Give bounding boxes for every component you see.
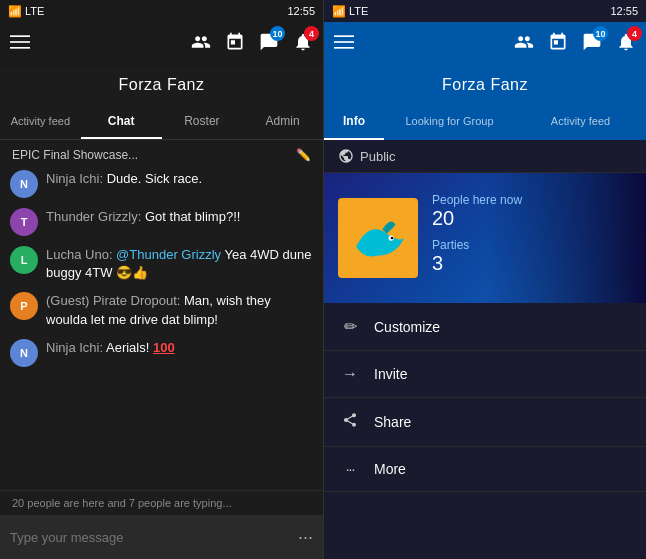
arrow-right-icon: → xyxy=(340,365,360,383)
svg-rect-4 xyxy=(334,41,354,43)
message-content: Thunder Grizzly: Got that blimp?!! xyxy=(46,208,240,226)
people-count: 20 xyxy=(432,207,522,230)
notification-nav-icon[interactable]: 4 xyxy=(293,32,313,56)
message-content: Ninja Ichi: Aerials! 100 xyxy=(46,339,175,357)
invite-action[interactable]: → Invite xyxy=(324,351,646,398)
tab-roster[interactable]: Roster xyxy=(162,104,243,139)
hamburger-icon[interactable] xyxy=(334,32,354,56)
tab-looking-for-group[interactable]: Looking for Group xyxy=(384,104,515,140)
svg-rect-1 xyxy=(10,41,30,43)
chat-title: EPIC Final Showcase... xyxy=(12,148,138,162)
right-group-title: Forza Fanz xyxy=(324,66,646,104)
right-status-bar: 📶 LTE 12:55 xyxy=(324,0,646,22)
left-status-bar: 📶 LTE 12:55 xyxy=(0,0,323,22)
chat-nav-icon-right[interactable]: 10 xyxy=(582,32,602,56)
left-tabs: Activity feed Chat Roster Admin xyxy=(0,104,323,140)
message-content: Lucha Uno: @Thunder Grizzly Yea 4WD dune… xyxy=(46,246,313,282)
avatar: P xyxy=(10,292,38,320)
nav-icons: 10 4 xyxy=(514,32,636,56)
notification-nav-icon-right[interactable]: 4 xyxy=(616,32,636,56)
pencil-icon: ✏ xyxy=(340,317,360,336)
avatar: N xyxy=(10,339,38,367)
group-logo-svg xyxy=(343,203,413,273)
calendar-nav-icon[interactable] xyxy=(225,32,245,56)
hamburger-icon[interactable] xyxy=(10,32,30,56)
left-top-nav: 10 4 xyxy=(0,22,323,66)
chat-badge: 10 xyxy=(270,26,285,41)
chat-header: EPIC Final Showcase... ✏️ xyxy=(0,140,323,166)
calendar-nav-icon-right[interactable] xyxy=(548,32,568,56)
message-text: Dude. Sick race. xyxy=(107,171,202,186)
svg-point-8 xyxy=(391,237,394,240)
time-text: 12:55 xyxy=(610,5,638,17)
tab-info[interactable]: Info xyxy=(324,104,384,140)
message-prefix: Aerials! xyxy=(106,340,153,355)
share-action[interactable]: Share xyxy=(324,398,646,447)
chat-nav-icon[interactable]: 10 xyxy=(259,32,279,56)
red-highlight: 100 xyxy=(153,340,175,355)
notification-badge-right: 4 xyxy=(627,26,642,41)
nav-icons: 10 4 xyxy=(191,32,313,56)
info-visibility: Public xyxy=(324,140,646,173)
status-left: 📶 LTE xyxy=(332,5,368,18)
avatar: T xyxy=(10,208,38,236)
message-row: N Ninja Ichi: Aerials! 100 xyxy=(10,339,313,367)
message-author: Thunder Grizzly: xyxy=(46,209,145,224)
people-nav-icon[interactable] xyxy=(191,32,211,56)
banner-stats: People here now 20 Parties 3 xyxy=(432,193,522,283)
chat-messages: N Ninja Ichi: Dude. Sick race. T Thunder… xyxy=(0,166,323,490)
chat-input[interactable] xyxy=(10,530,290,545)
parties-count: 3 xyxy=(432,252,522,275)
people-nav-icon-right[interactable] xyxy=(514,32,534,56)
svg-rect-3 xyxy=(334,35,354,37)
svg-rect-0 xyxy=(10,35,30,37)
message-author: Lucha Uno: xyxy=(46,247,116,262)
tab-chat[interactable]: Chat xyxy=(81,104,162,139)
customize-label: Customize xyxy=(374,319,440,335)
edit-icon[interactable]: ✏️ xyxy=(296,148,311,162)
message-author: Ninja Ichi: xyxy=(46,171,107,186)
right-top-nav: 10 4 xyxy=(324,22,646,66)
status-left: 📶 LTE xyxy=(8,5,44,18)
svg-rect-2 xyxy=(10,47,30,49)
left-panel: 📶 LTE 12:55 10 4 Forza F xyxy=(0,0,323,559)
message-row: N Ninja Ichi: Dude. Sick race. xyxy=(10,170,313,198)
mention-text: @Thunder Grizzly xyxy=(116,247,221,262)
visibility-label: Public xyxy=(360,149,395,164)
message-author: Ninja Ichi: xyxy=(46,340,106,355)
right-tabs: Info Looking for Group Activity feed xyxy=(324,104,646,140)
status-right: 12:55 xyxy=(287,5,315,17)
more-action[interactable]: ··· More xyxy=(324,447,646,492)
more-options-icon[interactable]: ··· xyxy=(298,527,313,548)
more-icon: ··· xyxy=(340,461,360,477)
left-group-title: Forza Fanz xyxy=(0,66,323,104)
share-icon xyxy=(340,412,360,432)
carrier-text: 📶 LTE xyxy=(332,5,368,18)
tab-activity-feed-right[interactable]: Activity feed xyxy=(515,104,646,140)
globe-icon xyxy=(338,148,354,164)
message-content: Ninja Ichi: Dude. Sick race. xyxy=(46,170,202,188)
tab-admin[interactable]: Admin xyxy=(242,104,323,139)
customize-action[interactable]: ✏ Customize xyxy=(324,303,646,351)
right-panel: 📶 LTE 12:55 10 4 Forza F xyxy=(323,0,646,559)
avatar: L xyxy=(10,246,38,274)
people-label: People here now xyxy=(432,193,522,207)
notification-badge: 4 xyxy=(304,26,319,41)
avatar: N xyxy=(10,170,38,198)
message-row: L Lucha Uno: @Thunder Grizzly Yea 4WD du… xyxy=(10,246,313,282)
action-list: ✏ Customize → Invite Share ··· More xyxy=(324,303,646,559)
svg-rect-5 xyxy=(334,47,354,49)
chat-status: 20 people are here and 7 people are typi… xyxy=(0,490,323,515)
chat-badge-right: 10 xyxy=(593,26,608,41)
group-banner: People here now 20 Parties 3 xyxy=(324,173,646,303)
message-content: (Guest) Pirate Dropout: Man, wish they w… xyxy=(46,292,313,328)
invite-label: Invite xyxy=(374,366,407,382)
message-text: Got that blimp?!! xyxy=(145,209,240,224)
message-author: (Guest) Pirate Dropout: xyxy=(46,293,184,308)
message-row: P (Guest) Pirate Dropout: Man, wish they… xyxy=(10,292,313,328)
share-label: Share xyxy=(374,414,411,430)
more-label: More xyxy=(374,461,406,477)
tab-activity-feed[interactable]: Activity feed xyxy=(0,104,81,139)
group-logo xyxy=(338,198,418,278)
carrier-text: 📶 LTE xyxy=(8,5,44,18)
